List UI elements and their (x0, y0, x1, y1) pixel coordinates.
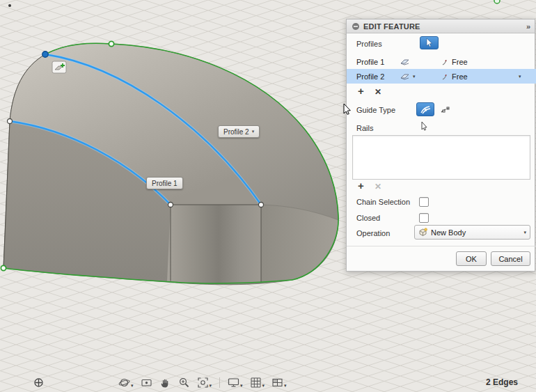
selected-vertex-point[interactable] (42, 52, 48, 57)
profile1-end-handle[interactable] (168, 203, 173, 207)
caret-down-icon: ▾ (262, 383, 265, 389)
zoom-button[interactable] (177, 375, 191, 390)
profile-row-2[interactable]: Profile 2 ▾ Free ▾ (347, 69, 536, 84)
closed-label: Closed (356, 211, 380, 225)
clipped-green-marker (494, 0, 500, 3)
origin-button[interactable] (33, 377, 44, 388)
closed-checkbox[interactable] (419, 213, 429, 223)
rail-endpoint-bottom-left[interactable] (1, 265, 6, 270)
selection-status: 2 Edges (486, 377, 518, 387)
caret-down-icon: ▾ (131, 383, 134, 389)
profile1-name: Profile 1 (356, 58, 384, 66)
toolbar-separator (219, 377, 220, 388)
orbit-button[interactable]: ▾ (117, 375, 135, 390)
guide-type-label: Guide Type (356, 103, 395, 117)
expand-panel-icon[interactable]: » (526, 22, 530, 31)
fit-button[interactable]: ▾ (196, 375, 214, 390)
rails-label: Rails (356, 121, 373, 135)
rails-guide-icon (420, 104, 431, 114)
look-at-button[interactable] (139, 375, 154, 390)
pan-button[interactable] (158, 375, 173, 390)
chain-selection-checkbox[interactable] (419, 197, 429, 207)
screen-dot (8, 4, 11, 7)
rail-endpoint-top[interactable] (109, 41, 113, 46)
cancel-button[interactable]: Cancel (491, 251, 530, 266)
profile1-continuity[interactable]: Free (452, 58, 468, 66)
chain-selection-label: Chain Selection (356, 195, 410, 209)
guide-type-rails-button[interactable] (416, 102, 434, 116)
profile1-tag-label: Profile 1 (152, 180, 178, 187)
viewports-button[interactable]: ▾ (270, 375, 288, 390)
dialog-title: EDIT FEATURE (363, 22, 420, 31)
add-profile-button[interactable]: + (358, 86, 364, 97)
remove-profile-button[interactable]: ✕ (375, 86, 381, 97)
caret-down-icon: ▾ (210, 383, 212, 389)
new-body-icon (418, 228, 427, 237)
grid-snaps-button[interactable]: ▾ (249, 375, 267, 390)
dialog-header[interactable]: EDIT FEATURE » (347, 19, 535, 33)
profile-row-1[interactable]: Profile 1 Free (347, 54, 536, 69)
profile2-continuity[interactable]: Free (452, 72, 468, 81)
edit-feature-dialog: EDIT FEATURE » Profiles Profile 1 Free P… (346, 19, 535, 272)
operation-dropdown[interactable]: New Body ▾ (414, 225, 530, 240)
rails-selection-list[interactable] (352, 135, 530, 180)
select-cursor-icon (425, 38, 434, 48)
rails-select-cursor-icon (420, 121, 428, 132)
orbit-icon (118, 377, 130, 389)
profiles-label: Profiles (356, 37, 382, 51)
profile1-tag[interactable]: Profile 1 (146, 177, 183, 189)
dialog-divider (347, 246, 536, 246)
caret-down-icon: ▾ (240, 383, 243, 389)
profile-icon[interactable] (400, 72, 410, 81)
fusion-viewport: Profile 1 Profile 2 ▾ EDIT FEATURE » Pro… (0, 0, 536, 392)
remove-rail-button[interactable]: ✕ (375, 181, 381, 192)
loft-lower-front-face[interactable] (167, 205, 261, 284)
profile1-start-handle[interactable] (8, 119, 13, 124)
fit-icon (197, 377, 209, 389)
navigation-toolbar: ▾ ▾ (117, 375, 288, 390)
profile2-tag-label: Profile 2 (223, 128, 249, 136)
profiles-select-button[interactable] (420, 36, 439, 49)
guide-type-centerline-button[interactable] (436, 102, 455, 116)
grid-icon (250, 377, 262, 389)
zoom-icon (178, 377, 190, 389)
add-profile-cursor-badge (52, 61, 66, 73)
profile2-tag[interactable]: Profile 2 ▾ (218, 125, 260, 138)
collapse-icon[interactable] (352, 22, 360, 31)
centerline-guide-icon (440, 104, 451, 114)
viewports-icon (271, 377, 283, 389)
ok-button[interactable]: OK (456, 251, 487, 266)
origin-icon (33, 377, 44, 388)
continuity-icon (441, 58, 450, 66)
look-at-icon (141, 377, 152, 389)
caret-down-icon[interactable]: ▾ (413, 74, 416, 79)
caret-down-icon[interactable]: ▾ (519, 74, 521, 79)
display-settings-icon (228, 377, 239, 389)
profile-icon[interactable] (400, 57, 410, 66)
add-rail-button[interactable]: + (358, 180, 364, 191)
caret-down-icon: ▾ (284, 383, 287, 389)
profile2-name: Profile 2 (356, 72, 384, 81)
caret-down-icon: ▾ (523, 230, 526, 235)
continuity-icon (441, 72, 450, 81)
operation-value: New Body (431, 228, 520, 237)
caret-down-icon: ▾ (252, 129, 255, 134)
profile2-end-handle[interactable] (259, 203, 264, 207)
display-settings-button[interactable]: ▾ (226, 375, 244, 390)
pan-hand-icon (159, 377, 171, 389)
operation-label: Operation (356, 226, 390, 240)
